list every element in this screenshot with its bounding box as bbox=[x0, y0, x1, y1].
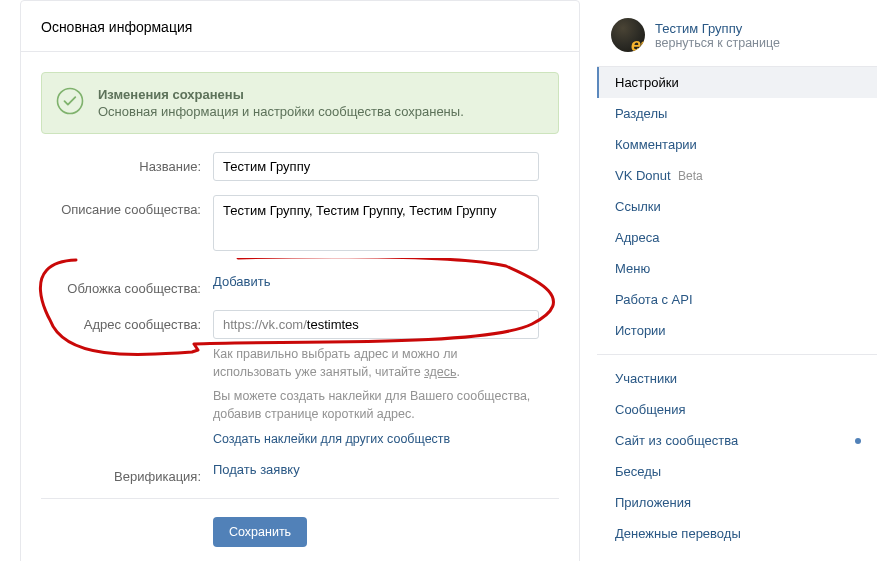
nav-item[interactable]: Сообщения bbox=[597, 394, 877, 425]
nav-item[interactable]: Работа с API bbox=[597, 284, 877, 315]
nav-item[interactable]: Настройки bbox=[597, 67, 877, 98]
nav-item[interactable]: Разделы bbox=[597, 98, 877, 129]
nav-item[interactable]: Адреса bbox=[597, 222, 877, 253]
verify-label: Верификация: bbox=[41, 462, 213, 484]
addr-label: Адрес сообщества: bbox=[41, 310, 213, 332]
verify-link[interactable]: Подать заявку bbox=[213, 462, 300, 477]
nav-item[interactable]: Участники bbox=[597, 363, 877, 394]
nav-section-1: НастройкиРазделыКомментарииVK Donut Beta… bbox=[597, 66, 877, 346]
nav-item[interactable]: Приложения bbox=[597, 487, 877, 518]
addr-hint1: Как правильно выбрать адрес и можно ли и… bbox=[213, 345, 539, 381]
addr-input[interactable] bbox=[307, 317, 529, 332]
notification-dot-icon bbox=[855, 438, 861, 444]
create-stickers-link[interactable]: Создать наклейки для других сообществ bbox=[213, 432, 450, 446]
save-button[interactable]: Сохранить bbox=[213, 517, 307, 547]
avatar[interactable]: es bbox=[611, 18, 645, 52]
desc-textarea[interactable]: Тестим Группу, Тестим Группу, Тестим Гру… bbox=[213, 195, 539, 251]
addr-prefix: https://vk.com/ bbox=[223, 317, 307, 332]
nav-section-2: УчастникиСообщенияСайт из сообществаБесе… bbox=[597, 363, 877, 549]
nav-item[interactable]: Ссылки bbox=[597, 191, 877, 222]
divider bbox=[41, 498, 559, 499]
nav-item[interactable]: Комментарии bbox=[597, 129, 877, 160]
name-input[interactable] bbox=[213, 152, 539, 181]
check-circle-icon bbox=[56, 87, 84, 115]
main-panel: Основная информация Изменения сохранены … bbox=[20, 0, 580, 561]
group-header: es Тестим Группу вернуться к странице bbox=[597, 0, 877, 66]
cover-label: Обложка сообщества: bbox=[41, 274, 213, 296]
nav-item[interactable]: Сайт из сообщества bbox=[597, 425, 877, 456]
desc-label: Описание сообщества: bbox=[41, 195, 213, 217]
success-notice: Изменения сохранены Основная информация … bbox=[41, 72, 559, 134]
nav-item[interactable]: Меню bbox=[597, 253, 877, 284]
notice-text: Основная информация и настройки сообщест… bbox=[98, 104, 464, 119]
addr-field[interactable]: https://vk.com/ bbox=[213, 310, 539, 339]
nav-item[interactable]: Истории bbox=[597, 315, 877, 346]
addr-hint2: Вы можете создать наклейки для Вашего со… bbox=[213, 387, 539, 423]
group-title-link[interactable]: Тестим Группу bbox=[655, 21, 780, 36]
back-link[interactable]: вернуться к странице bbox=[655, 36, 780, 50]
notice-title: Изменения сохранены bbox=[98, 87, 464, 102]
nav-item[interactable]: Денежные переводы bbox=[597, 518, 877, 549]
nav-item[interactable]: VK Donut Beta bbox=[597, 160, 877, 191]
addr-hint-link[interactable]: здесь bbox=[424, 365, 456, 379]
nav-divider bbox=[597, 354, 877, 355]
nav-item[interactable]: Беседы bbox=[597, 456, 877, 487]
add-cover-link[interactable]: Добавить bbox=[213, 274, 270, 289]
svg-point-0 bbox=[58, 89, 83, 114]
name-label: Название: bbox=[41, 152, 213, 174]
page-title: Основная информация bbox=[21, 1, 579, 52]
sidebar: es Тестим Группу вернуться к странице На… bbox=[597, 0, 877, 549]
